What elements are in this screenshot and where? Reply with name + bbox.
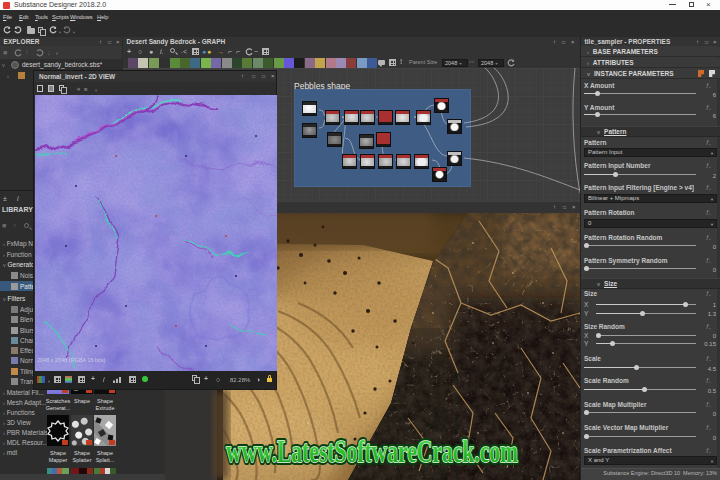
svg-text:www.LatestSoftwareCrack.com: www.LatestSoftwareCrack.com	[226, 433, 518, 469]
